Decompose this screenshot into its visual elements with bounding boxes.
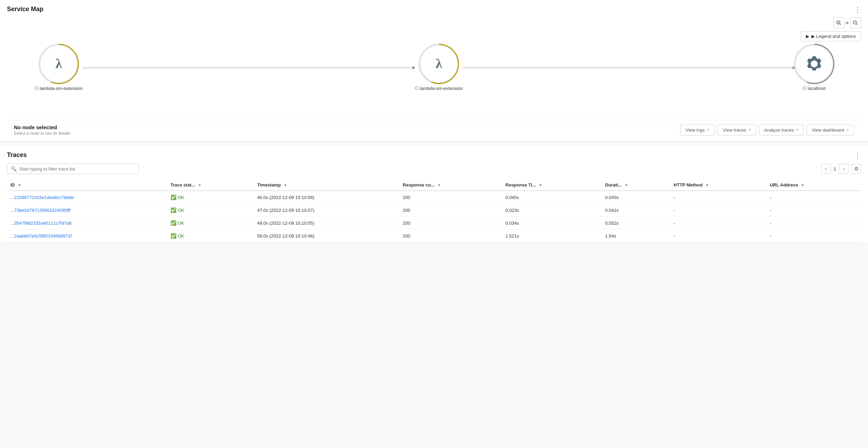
service-map-header: Service Map ⋮ bbox=[7, 6, 861, 13]
cell-status-0: ✅ OK bbox=[167, 191, 254, 204]
traces-section: Traces ⋮ 🔍 ‹ 1 › ⚙ ID ▼ Trace stat... ▼ bbox=[0, 146, 868, 242]
cell-url-3: - bbox=[766, 230, 861, 242]
cell-response-time-0: 0.045s bbox=[502, 191, 602, 204]
cell-timestamp-3: 58.0s (2022-12-09 10:10:46) bbox=[254, 230, 400, 242]
no-node-bar: No node selected Select a node to see it… bbox=[7, 120, 861, 141]
th-response-code: Response co... ▼ bbox=[399, 180, 502, 191]
cell-id-2: ...3547f982332a40111c7fd7a6 bbox=[7, 217, 167, 230]
nodes-container: λ lambda-sm-extension bbox=[7, 45, 861, 91]
sort-icon-timestamp[interactable]: ▼ bbox=[284, 183, 287, 187]
zoom-out-button[interactable] bbox=[850, 17, 861, 28]
th-timestamp: Timestamp ▼ bbox=[254, 180, 400, 191]
zoom-controls bbox=[833, 17, 861, 28]
cell-id-1: ...73be2d797129563324595fff bbox=[7, 204, 167, 217]
no-node-subtitle: Select a node to see its details bbox=[14, 131, 70, 136]
cell-id-0: ...22286771415e1dea6cc7bbde bbox=[7, 191, 167, 204]
sort-icon-response-time[interactable]: ▼ bbox=[539, 183, 542, 187]
sort-icon-url[interactable]: ▼ bbox=[801, 183, 804, 187]
cell-duration-2: 0.052s bbox=[602, 217, 670, 230]
th-url: URL Address ▼ bbox=[766, 180, 861, 191]
cell-status-2: ✅ OK bbox=[167, 217, 254, 230]
analyze-traces-ext-icon: ↗ bbox=[795, 128, 799, 132]
trace-id-link-0[interactable]: ...22286771415e1dea6cc7bbde bbox=[10, 195, 74, 200]
cell-http-method-0: - bbox=[670, 191, 766, 204]
view-dashboard-ext-icon: ↗ bbox=[846, 128, 849, 132]
node-2-circle-wrapper: λ bbox=[420, 45, 458, 83]
sort-icon-http-method[interactable]: ▼ bbox=[705, 183, 709, 187]
node-2[interactable]: λ lambda-sm-extension bbox=[415, 45, 463, 91]
analyze-traces-label: Analyze traces bbox=[764, 127, 794, 133]
legend-options: ▶ ▶ Legend and options bbox=[801, 31, 861, 41]
trace-id-link-2[interactable]: ...3547f982332a40111c7fd7a6 bbox=[10, 221, 72, 226]
node-3-label-text: localhost bbox=[808, 86, 825, 91]
cell-timestamp-1: 47.0s (2022-12-09 10:10:57) bbox=[254, 204, 400, 217]
table-row: ...22286771415e1dea6cc7bbde ✅ OK 46.0s (… bbox=[7, 191, 861, 204]
view-logs-label: View logs bbox=[685, 127, 704, 133]
map-canvas: λ lambda-sm-extension bbox=[7, 16, 861, 120]
th-status: Trace stat... ▼ bbox=[167, 180, 254, 191]
node-3-circle-wrapper bbox=[795, 45, 833, 83]
view-traces-button[interactable]: View traces ↗ bbox=[718, 125, 756, 135]
status-ok-1: ✅ OK bbox=[170, 207, 250, 213]
sort-icon-status[interactable]: ▼ bbox=[198, 183, 202, 187]
view-logs-ext-icon: ↗ bbox=[707, 128, 710, 132]
node-3-status-dot bbox=[803, 86, 806, 90]
cell-id-3: ...2aabb07e0c5f9519469d971f bbox=[7, 230, 167, 242]
sort-icon-response-code[interactable]: ▼ bbox=[437, 183, 441, 187]
service-map-section: Service Map ⋮ ▶ ▶ Legend and options bbox=[0, 0, 868, 142]
legend-options-label: ▶ Legend and options bbox=[811, 34, 856, 39]
zoom-in-button[interactable] bbox=[833, 17, 844, 28]
view-traces-label: View traces bbox=[723, 127, 746, 133]
search-row: 🔍 ‹ 1 › ⚙ bbox=[7, 164, 861, 174]
cell-http-method-3: - bbox=[670, 230, 766, 242]
next-page-button[interactable]: › bbox=[839, 164, 849, 174]
prev-page-button[interactable]: ‹ bbox=[821, 164, 831, 174]
traces-table-body: ...22286771415e1dea6cc7bbde ✅ OK 46.0s (… bbox=[7, 191, 861, 242]
svg-line-3 bbox=[840, 24, 841, 25]
cell-status-1: ✅ OK bbox=[167, 204, 254, 217]
cell-response-code-1: 200 bbox=[399, 204, 502, 217]
node-3[interactable]: localhost bbox=[795, 45, 833, 91]
zoom-dot bbox=[846, 22, 849, 24]
cell-timestamp-0: 46.0s (2022-12-09 10:10:58) bbox=[254, 191, 400, 204]
th-duration: Durati... ▼ bbox=[602, 180, 670, 191]
svg-text:λ: λ bbox=[56, 56, 62, 71]
node-2-circle: λ bbox=[420, 45, 458, 83]
sort-icon-duration[interactable]: ▼ bbox=[625, 183, 628, 187]
node-2-label: lambda-sm-extension bbox=[415, 86, 463, 91]
ok-icon-3: ✅ bbox=[170, 233, 176, 239]
status-ok-0: ✅ OK bbox=[170, 194, 250, 200]
cell-timestamp-2: 49.0s (2022-12-09 10:10:55) bbox=[254, 217, 400, 230]
trace-id-link-3[interactable]: ...2aabb07e0c5f9519469d971f bbox=[10, 233, 72, 239]
cell-duration-0: 0.045s bbox=[602, 191, 670, 204]
service-map-title: Service Map bbox=[7, 6, 43, 13]
search-input[interactable] bbox=[19, 166, 135, 172]
view-logs-button[interactable]: View logs ↗ bbox=[680, 125, 715, 135]
th-response-time: Response Ti... ▼ bbox=[502, 180, 602, 191]
cell-http-method-2: - bbox=[670, 217, 766, 230]
svg-line-6 bbox=[857, 24, 858, 25]
search-box[interactable]: 🔍 bbox=[7, 164, 139, 174]
legend-options-button[interactable]: ▶ ▶ Legend and options bbox=[801, 31, 861, 41]
service-map-kebab[interactable]: ⋮ bbox=[854, 6, 861, 13]
cell-response-time-3: 1.521s bbox=[502, 230, 602, 242]
view-dashboard-label: View dashboard bbox=[812, 127, 844, 133]
traces-kebab[interactable]: ⋮ bbox=[854, 152, 861, 159]
no-node-info: No node selected Select a node to see it… bbox=[14, 124, 70, 136]
trace-id-link-1[interactable]: ...73be2d797129563324595fff bbox=[10, 208, 70, 213]
node-3-circle bbox=[795, 45, 833, 83]
no-node-title: No node selected bbox=[14, 124, 70, 130]
cell-response-time-2: 0.034s bbox=[502, 217, 602, 230]
view-dashboard-button[interactable]: View dashboard ↗ bbox=[807, 125, 854, 135]
sort-icon-id[interactable]: ▼ bbox=[18, 183, 22, 187]
svg-text:λ: λ bbox=[436, 56, 442, 71]
action-buttons: View logs ↗ View traces ↗ Analyze traces… bbox=[680, 125, 854, 135]
table-settings-button[interactable]: ⚙ bbox=[851, 164, 861, 174]
node-1[interactable]: λ lambda-sm-extension bbox=[35, 45, 83, 91]
cell-http-method-1: - bbox=[670, 204, 766, 217]
traces-title: Traces bbox=[7, 151, 27, 159]
analyze-traces-button[interactable]: Analyze traces ↗ bbox=[759, 125, 804, 135]
table-header: ID ▼ Trace stat... ▼ Timestamp ▼ Respons… bbox=[7, 180, 861, 191]
table-row: ...3547f982332a40111c7fd7a6 ✅ OK 49.0s (… bbox=[7, 217, 861, 230]
lambda-icon-2: λ bbox=[430, 55, 448, 73]
